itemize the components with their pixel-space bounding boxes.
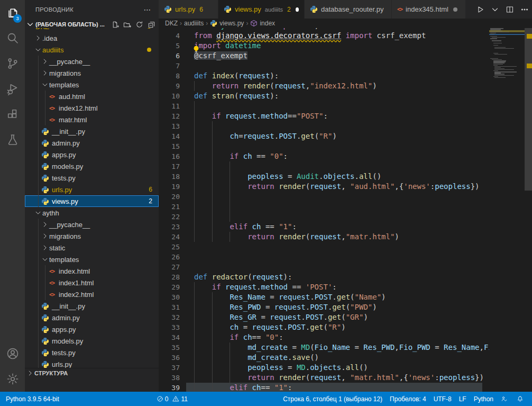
- code-text: def stran(request):: [194, 91, 279, 101]
- tree-indent-guide: [38, 114, 39, 125]
- breadcrumb-item-index[interactable]: index: [250, 20, 275, 27]
- tree-item-admin.py[interactable]: admin.py: [25, 137, 159, 149]
- tree-item-label: models.py: [52, 163, 83, 170]
- run-dropdown[interactable]: [488, 4, 502, 15]
- statusbar-text: Строка 6, столбец 1 (выбрано 12): [283, 395, 382, 403]
- breadcrumb-item-audiiits[interactable]: audiiits: [184, 20, 204, 27]
- run-button[interactable]: [473, 4, 487, 15]
- tree-indent-guide: [38, 265, 39, 277]
- tree-item-admin.py[interactable]: admin.py: [25, 312, 159, 323]
- tree-item-__pycache__[interactable]: __pycache__: [25, 219, 159, 230]
- python-icon: [164, 5, 172, 13]
- tree-item-urls.py[interactable]: urls.py6: [25, 184, 159, 195]
- lightbulb-icon[interactable]: [192, 46, 200, 53]
- tree-item-static[interactable]: static: [25, 242, 159, 254]
- breadcrumb-item-views.py[interactable]: views.py: [210, 20, 244, 27]
- tree-indent-guide: [45, 288, 45, 300]
- activitybar-explorer[interactable]: 3: [0, 0, 25, 25]
- tree-item-label: templates: [49, 81, 79, 89]
- tree-item-views.py[interactable]: views.py2: [25, 195, 159, 207]
- tree-item-__pycache__[interactable]: __pycache__: [25, 56, 159, 67]
- chevron-down-icon: [41, 256, 49, 263]
- statusbar-indentation[interactable]: Пробелов: 4: [386, 395, 430, 403]
- statusbar-problems[interactable]: 011: [153, 395, 191, 403]
- chevron-right-icon: [41, 232, 49, 240]
- statusbar-notifications[interactable]: [513, 395, 529, 402]
- breadcrumb-separator: ›: [180, 20, 182, 27]
- code-line-21: 21: [159, 202, 489, 212]
- tree-item-label: index1.html: [59, 279, 94, 287]
- activitybar-extensions[interactable]: [0, 102, 25, 127]
- tree-item-migrations[interactable]: migrations: [25, 67, 159, 79]
- tab-urls.py[interactable]: urls.py6: [159, 0, 218, 19]
- statusbar-cursor-position[interactable]: Строка 6, столбец 1 (выбрано 12): [279, 395, 386, 403]
- tree-indent-guide: [38, 335, 39, 347]
- tree-item-index12.html[interactable]: <>index12.html: [25, 102, 159, 114]
- python-file-icon: [41, 314, 49, 322]
- activitybar-account[interactable]: [0, 341, 25, 366]
- tree-item-matr.html[interactable]: <>matr.html: [25, 114, 159, 125]
- tree-item-aythh[interactable]: aythh: [25, 207, 159, 219]
- indent-guide: [194, 192, 195, 202]
- chevron-right-icon: [41, 244, 49, 251]
- activitybar-run-debug[interactable]: [0, 76, 25, 102]
- tree-indent-guide: [38, 102, 39, 114]
- status-bar: Python 3.9.5 64-bit011Строка 6, столбец …: [0, 392, 532, 406]
- scrollbar[interactable]: [525, 28, 532, 392]
- tree-item-templates[interactable]: templates: [25, 79, 159, 91]
- tree-item-label: models.py: [52, 337, 83, 345]
- code-line-17: 17: [159, 161, 489, 172]
- tree-item-templates[interactable]: templates: [25, 254, 159, 265]
- tree-item-models.py[interactable]: models.py: [25, 335, 159, 347]
- tab-database_roouter.py[interactable]: database_roouter.py: [305, 0, 392, 19]
- tree-item-.idea[interactable]: .idea: [25, 32, 159, 44]
- tree-item-index2.html[interactable]: <>index2.html: [25, 288, 159, 300]
- more-actions-button[interactable]: [518, 4, 531, 15]
- code-editor[interactable]: 3from aythh.models import MD,Audit4from …: [159, 28, 532, 392]
- tree-item-aud.html[interactable]: <>aud.html: [25, 91, 159, 102]
- tree-item-audiiits[interactable]: audiiits: [25, 44, 159, 56]
- tree-item-label: apps.py: [52, 151, 76, 159]
- activitybar-settings[interactable]: [0, 366, 25, 392]
- outline-section-header[interactable]: СТРУКТУРА: [25, 368, 159, 377]
- split-editor-button[interactable]: [503, 4, 517, 15]
- activitybar-search[interactable]: [0, 25, 25, 51]
- statusbar-text: Пробелов: 4: [390, 395, 426, 403]
- chevron-right-icon: [41, 58, 49, 65]
- code-line-12: 12 if request.method=="POST":: [159, 111, 489, 121]
- tree-item-__init__.py[interactable]: __init__.py: [25, 300, 159, 312]
- tree-item-tests.py[interactable]: tests.py: [25, 347, 159, 358]
- activitybar-testing[interactable]: [0, 127, 25, 152]
- dirty-indicator[interactable]: [453, 7, 457, 12]
- statusbar-python-version[interactable]: Python 3.9.5 64-bit: [2, 395, 63, 403]
- activitybar-source-control[interactable]: [0, 51, 25, 76]
- line-number: 38: [159, 373, 180, 383]
- statusbar-encoding[interactable]: UTF-8: [430, 395, 455, 403]
- tree-item-urls.py[interactable]: urls.py: [25, 358, 159, 368]
- dirty-indicator[interactable]: [296, 7, 299, 12]
- explorer-more-actions-button[interactable]: ⋯: [141, 5, 154, 14]
- tab-views.py[interactable]: views.pyaudiiits2: [218, 0, 305, 19]
- statusbar-eol[interactable]: LF: [455, 395, 470, 403]
- tree-item-migrations[interactable]: migrations: [25, 230, 159, 242]
- tree-item-__init__.py[interactable]: __init__.py: [25, 125, 159, 137]
- tree-item-models.py[interactable]: models.py: [25, 160, 159, 172]
- statusbar-language-mode[interactable]: Python: [470, 395, 497, 403]
- tree-item-DKZ[interactable]: DKZ: [25, 28, 159, 32]
- scrollbar-slider[interactable]: [525, 28, 532, 191]
- line-number: 4: [159, 31, 180, 41]
- tree-item-index1.html[interactable]: <>index1.html: [25, 277, 159, 288]
- minimap[interactable]: [489, 28, 525, 392]
- chevron-down-icon: [491, 5, 499, 14]
- statusbar-feedback[interactable]: [497, 395, 513, 402]
- tree-item-tests.py[interactable]: tests.py: [25, 172, 159, 184]
- tree-item-index.html[interactable]: <>index.html: [25, 265, 159, 277]
- tree-item-apps.py[interactable]: apps.py: [25, 323, 159, 335]
- chevron-down-icon: [41, 81, 49, 88]
- breadcrumb-item-DKZ[interactable]: DKZ: [165, 20, 178, 27]
- chevron-down-icon: [26, 20, 34, 29]
- bell-icon: [517, 395, 525, 402]
- tab-index345.html[interactable]: <>index345.html: [392, 0, 466, 19]
- workspace-label: (РАБОЧАЯ ОБЛАСТЬ) ...: [35, 21, 109, 28]
- tree-item-apps.py[interactable]: apps.py: [25, 149, 159, 160]
